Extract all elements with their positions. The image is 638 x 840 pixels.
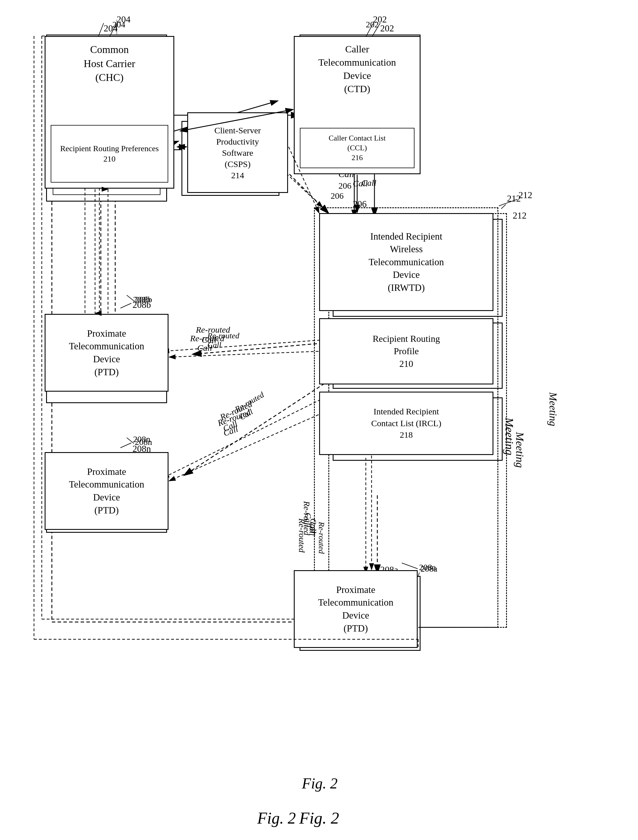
csps-text: Client-ServerProductivitySoftware(CSPS)2… <box>214 125 261 181</box>
ptd-208n-text: ProximateTelecommunicationDevice(PTD) <box>69 465 144 516</box>
ccl-text: Caller Contact List(CCL)216 <box>328 133 386 163</box>
rrp-profile-text: Recipient RoutingProfile210 <box>373 333 440 370</box>
ptd-208a-box-2: ProximateTelecommunicationDevice(PTD) <box>294 570 418 648</box>
boxes-layer: CommonHost Carrier(CHC) Recipient Routin… <box>0 0 638 840</box>
chc-text: CommonHost Carrier(CHC) <box>84 43 135 85</box>
csps-box-2: Client-ServerProductivitySoftware(CSPS)2… <box>187 112 288 193</box>
ref-202-2: 202 <box>366 20 379 29</box>
ptd-208a-text: ProximateTelecommunicationDevice(PTD) <box>318 583 393 635</box>
irwtd-box-2: Intended RecipientWirelessTelecommunicat… <box>319 213 493 311</box>
ircl-box-2: Intended RecipientContact List (IRCL)218 <box>319 392 493 455</box>
ref-204-line <box>117 20 128 37</box>
ctd-outer-box: CallerTelecommunicationDevice(CTD) Calle… <box>294 36 420 174</box>
irwtd-text: Intended RecipientWirelessTelecommunicat… <box>369 230 444 294</box>
ctd-text: CallerTelecommunicationDevice(CTD) <box>318 43 396 96</box>
ptd-208b-text: ProximateTelecommunicationDevice(PTD) <box>69 327 144 378</box>
ptd-208n-box-2: ProximateTelecommunicationDevice(PTD) <box>45 452 169 530</box>
rrp-inner-box-2: Recipient Routing Preferences210 <box>51 125 168 183</box>
rrp-profile-box-2: Recipient RoutingProfile210 <box>319 318 493 384</box>
ptd-208b-box-2: ProximateTelecommunicationDevice(PTD) <box>45 314 169 392</box>
ccl-box-2: Caller Contact List(CCL)216 <box>300 128 414 168</box>
chc-outer-box: CommonHost Carrier(CHC) Recipient Routin… <box>45 36 174 189</box>
ircl-text: Intended RecipientContact List (IRCL)218 <box>371 406 441 441</box>
rrp-inner-text: Recipient Routing Preferences210 <box>60 144 159 164</box>
